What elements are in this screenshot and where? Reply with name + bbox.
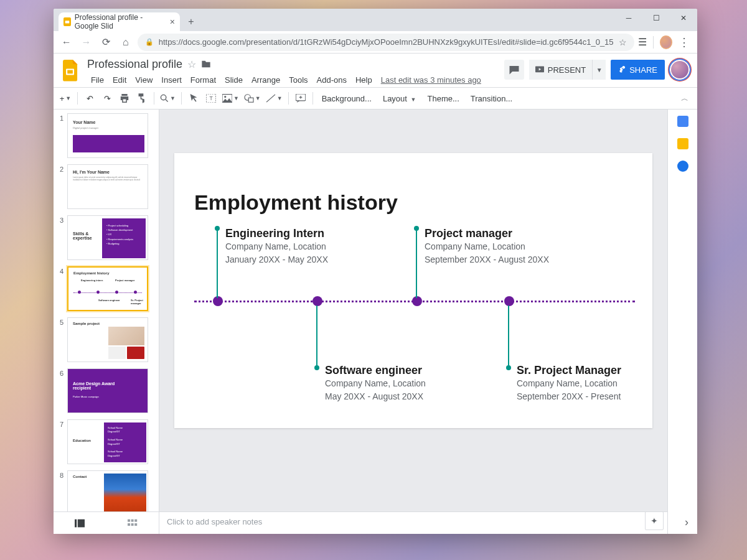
svg-rect-0 [65,21,70,23]
tasks-icon[interactable] [677,161,688,172]
svg-rect-2 [67,70,73,74]
svg-rect-4 [123,100,126,102]
present-dropdown[interactable]: ▼ [592,60,606,80]
last-edit-link[interactable]: Last edit was 3 minutes ago [381,75,481,85]
present-button[interactable]: PRESENT [529,60,592,80]
timeline-entry[interactable]: Software engineer Company Name, Location… [325,364,426,403]
svg-rect-13 [75,519,77,527]
menu-tools[interactable]: Tools [285,74,311,86]
select-tool[interactable] [186,90,202,106]
header-right: PRESENT ▼ SHARE [504,60,692,80]
timeline-stem [316,306,317,368]
transition-button[interactable]: Transition... [466,94,517,103]
view-switcher [54,511,159,534]
menu-slide[interactable]: Slide [221,74,247,86]
timeline-entry[interactable]: Sr. Project Manager Company Name, Locati… [517,364,621,403]
share-button[interactable]: SHARE [611,60,665,80]
move-folder-icon[interactable] [201,60,211,68]
slide-thumb-4[interactable]: Employment history Engineering intern Pr… [67,266,148,311]
speaker-notes[interactable]: Click to add speaker notes [159,511,667,534]
svg-rect-18 [128,523,130,526]
home-button[interactable]: ⌂ [118,34,134,51]
theme-button[interactable]: Theme... [423,94,464,103]
canvas-wrap[interactable]: Employment history Engineering Intern Co… [159,110,667,511]
keep-icon[interactable] [677,138,688,149]
filmstrip[interactable]: 1 Your Name Digital project manager 2 Hi… [54,110,159,534]
reload-button[interactable]: ⟳ [98,34,114,51]
menu-help[interactable]: Help [352,74,376,86]
timeline-stem [416,228,417,298]
svg-point-9 [224,96,226,98]
minimize-button[interactable]: ─ [615,9,642,27]
close-window-button[interactable]: ✕ [670,9,697,27]
svg-rect-19 [131,523,133,526]
svg-rect-14 [78,519,85,527]
slide-thumb-6[interactable]: Acme Design Award recipient Parker Music… [67,368,148,413]
address-bar-row: ← → ⟳ ⌂ 🔒 https://docs.google.com/presen… [54,31,697,54]
slide-thumb-8[interactable]: Contact [67,470,148,515]
maximize-button[interactable]: ☐ [642,9,670,27]
explore-button[interactable]: ✦ [645,511,664,530]
shape-tool[interactable]: ▼ [242,90,263,106]
back-button[interactable]: ← [59,34,75,51]
document-title[interactable]: Professional profile [87,58,182,71]
google-account-avatar[interactable] [670,60,690,80]
svg-rect-16 [131,519,133,521]
filmstrip-view-icon[interactable] [75,519,85,528]
bookmark-star-icon[interactable]: ☆ [619,37,627,47]
show-side-panel-icon[interactable]: › [685,516,688,529]
undo-button[interactable]: ↶ [82,90,98,106]
address-bar[interactable]: 🔒 https://docs.google.com/presentation/d… [138,34,634,51]
timeline-entry[interactable]: Project manager Company Name, Location S… [425,227,549,266]
slide-title[interactable]: Employment history [194,190,635,215]
redo-button[interactable]: ↷ [99,90,115,106]
menu-edit[interactable]: Edit [109,74,130,86]
star-document-icon[interactable]: ☆ [187,58,196,70]
extensions-icon[interactable]: ☰ [638,36,647,48]
zoom-button[interactable]: ▼ [158,90,177,106]
paint-format-button[interactable] [134,90,150,106]
menu-insert[interactable]: Insert [157,74,186,86]
present-label: PRESENT [548,65,586,75]
print-button[interactable] [116,90,133,106]
background-button[interactable]: Background... [317,94,377,103]
chrome-profile-avatar[interactable] [660,35,673,49]
menu-format[interactable]: Format [187,74,220,86]
title-block: Professional profile ☆ File Edit View In… [87,57,500,87]
forward-button[interactable]: → [78,34,95,51]
svg-rect-15 [128,519,130,521]
timeline-entry[interactable]: Engineering Intern Company Name, Locatio… [225,227,328,266]
google-slides-logo[interactable] [60,60,82,82]
menu-view[interactable]: View [131,74,156,86]
browser-tab[interactable]: Professional profile - Google Slid × [59,12,180,31]
chrome-menu-icon[interactable]: ⋮ [676,35,692,49]
new-slide-button[interactable]: +▼ [57,90,73,106]
text-box-tool[interactable]: T [203,90,219,106]
window-controls: ─ ☐ ✕ [615,9,697,27]
close-tab-icon[interactable]: × [170,17,175,27]
menu-arrange[interactable]: Arrange [248,74,284,86]
image-tool[interactable]: ▼ [220,90,241,106]
slide-thumb-7[interactable]: Education School NameDegree/GTSchool Nam… [67,419,148,464]
menu-file[interactable]: File [87,74,108,86]
canvas-area: Employment history Engineering Intern Co… [159,110,667,534]
slide-thumb-1[interactable]: Your Name Digital project manager [67,113,148,158]
calendar-icon[interactable] [677,116,688,127]
svg-rect-17 [134,519,137,521]
comment-tool[interactable] [293,90,309,106]
slide-thumb-5[interactable]: Sample project [67,317,148,362]
collapse-toolbar-icon[interactable]: ︿ [676,93,693,104]
menu-bar: File Edit View Insert Format Slide Arran… [87,72,500,87]
toolbar: +▼ ↶ ↷ ▼ T ▼ ▼ ▼ Background... Layout ▼ … [54,87,697,110]
menu-addons[interactable]: Add-ons [313,74,350,86]
slide-thumb-2[interactable]: Hi, I'm Your Name Lorem ipsum dolor sit … [67,164,148,209]
slide-thumb-3[interactable]: Skills & expertise • Project scheduling•… [67,215,148,260]
grid-view-icon[interactable] [128,519,138,528]
new-tab-button[interactable]: + [184,14,199,29]
line-tool[interactable]: ▼ [264,90,284,106]
layout-button[interactable]: Layout ▼ [378,94,421,103]
current-slide[interactable]: Employment history Engineering Intern Co… [174,153,652,428]
comments-button[interactable] [504,60,524,80]
main-area: 1 Your Name Digital project manager 2 Hi… [54,110,697,534]
timeline-node [412,296,422,306]
